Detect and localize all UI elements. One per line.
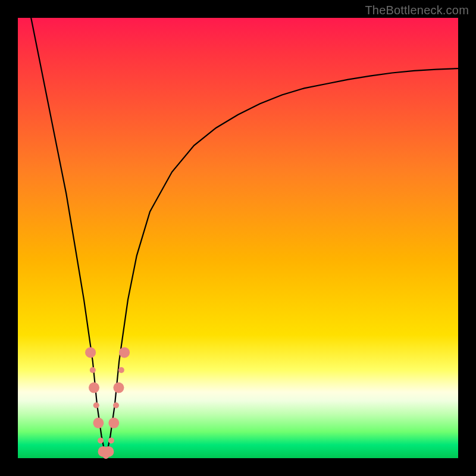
watermark-text: TheBottleneck.com: [365, 4, 469, 17]
chart-frame: TheBottleneck.com: [0, 0, 476, 476]
marker-dot: [119, 347, 130, 358]
marker-dot: [85, 347, 96, 358]
marker-dot: [118, 367, 124, 373]
marker-dot: [90, 367, 96, 373]
marker-dot: [98, 437, 104, 443]
marker-dot: [108, 418, 119, 428]
marker-dot: [113, 383, 124, 393]
marker-dot: [108, 437, 114, 443]
marker-dot: [89, 383, 99, 393]
curve-layer: [18, 18, 458, 458]
marker-cluster: [85, 347, 130, 459]
marker-dot: [93, 402, 99, 408]
plot-area: [18, 18, 458, 458]
marker-dot: [93, 418, 104, 428]
marker-dot: [113, 402, 119, 408]
marker-dot: [103, 446, 114, 457]
